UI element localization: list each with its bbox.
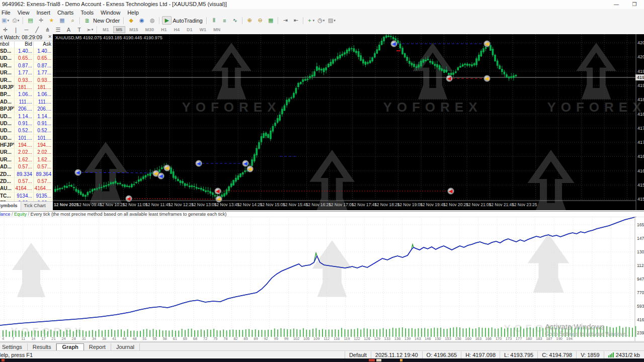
restore-button[interactable]: ❐ xyxy=(628,1,641,8)
timeframe-m1[interactable]: M1 xyxy=(100,26,112,33)
tester-x-axis-label: 28 xyxy=(72,336,76,341)
menu-window[interactable]: Window xyxy=(97,10,124,16)
favorites-star-icon[interactable]: ★ xyxy=(47,16,56,25)
market-watch-row[interactable]: TC...9134...9135... xyxy=(0,193,53,200)
bars-view-icon[interactable]: ≡ xyxy=(220,16,229,25)
market-watch-row[interactable]: UR...2.02...2.02... xyxy=(0,149,53,156)
templates-icon[interactable]: ▨▾ xyxy=(327,16,337,25)
text-icon[interactable]: A xyxy=(64,26,73,34)
candles-view-icon[interactable]: ⫴ xyxy=(209,16,219,25)
fibonacci-icon[interactable]: ☰ xyxy=(53,26,63,34)
column-symbol[interactable]: Symbol xyxy=(0,41,15,48)
menu-file[interactable]: File xyxy=(0,10,14,16)
column-bid[interactable]: Bid xyxy=(15,41,34,48)
timeframe-m5[interactable]: M5 xyxy=(113,26,126,33)
market-watch-tab-tick-chart[interactable]: Tick Chart xyxy=(21,202,49,211)
market-watch-row[interactable]: UR...0.93...0.93... xyxy=(0,77,53,84)
label-icon[interactable]: T xyxy=(74,26,84,34)
market-watch-row[interactable]: UR...1.62...1.62... xyxy=(0,156,53,163)
menu-help[interactable]: Help xyxy=(124,10,142,16)
timeframe-h4[interactable]: H4 xyxy=(171,26,183,33)
trade-marker-buy: ◀ xyxy=(158,173,165,179)
tab-results[interactable]: Results xyxy=(28,343,57,351)
market-watch-row[interactable]: AD...0.57...0.57... xyxy=(0,163,53,170)
menu-view[interactable]: View xyxy=(14,10,33,16)
timeframe-m30[interactable]: M30 xyxy=(142,26,157,33)
autotrading-label[interactable]: AutoTrading xyxy=(173,18,203,24)
market-watch-row[interactable]: UD...0.52...0.52... xyxy=(0,127,53,134)
shapes-icon[interactable]: ➣▾ xyxy=(85,26,95,34)
tab-journal[interactable]: Journal xyxy=(111,343,140,351)
market-watch-row[interactable]: UR...0.87...0.87... xyxy=(0,62,53,69)
tab-report[interactable]: Report xyxy=(84,343,111,351)
print-icon[interactable]: ⎙▾ xyxy=(11,16,21,25)
accounts-icon: ◉ xyxy=(139,17,144,24)
cursor-move-icon[interactable]: ✛ xyxy=(36,16,46,25)
profiles-icon[interactable]: ▣▾ xyxy=(1,16,10,25)
charts-grid-icon[interactable]: ▤ xyxy=(26,16,35,25)
taskbar-icon[interactable] xyxy=(400,359,403,361)
market-watch-row[interactable]: UD...101....101.... xyxy=(0,135,53,142)
minimize-button[interactable]: — xyxy=(610,1,623,8)
market-watch-row[interactable]: ZD...0.57...0.57... xyxy=(0,178,53,185)
market-watch-row[interactable]: BPJPY206....206.... xyxy=(0,106,53,113)
market-watch-row[interactable]: SD...1.40...1.40... xyxy=(0,48,53,55)
taskbar-icon[interactable] xyxy=(369,359,375,361)
market-watch-row[interactable]: UD...0.65...0.65... xyxy=(0,55,53,62)
price-chart[interactable]: YOFOREXYOFOREXYOFOREX4205.004200.004195.… xyxy=(53,34,644,210)
line-view-icon[interactable]: ∿ xyxy=(230,16,240,25)
timeframe-h1[interactable]: H1 xyxy=(158,26,170,33)
market-watch-row[interactable]: BP...1.06...1.06... xyxy=(0,91,53,98)
tab-settings[interactable]: Settings xyxy=(0,343,28,351)
market-watch-tab-symbols[interactable]: Symbols xyxy=(0,202,21,211)
menu-charts[interactable]: Charts xyxy=(54,10,77,16)
signals-icon[interactable]: ◍ xyxy=(147,16,157,25)
trendline-icon[interactable]: ╱ xyxy=(32,26,42,34)
column-ask[interactable]: Ask xyxy=(34,41,53,48)
vertical-line-icon[interactable]: ❘ xyxy=(11,26,21,34)
market-watch-row[interactable]: UR...1.77...1.77... xyxy=(0,69,53,76)
market-watch-row[interactable]: UD...1.14...1.14... xyxy=(0,113,53,120)
market-watch-row[interactable]: URJPY181....181.... xyxy=(0,84,53,91)
taskbar-icon[interactable] xyxy=(2,359,5,361)
close-icon[interactable]: ✕ xyxy=(48,34,52,39)
timeframe-d1[interactable]: D1 xyxy=(184,26,196,33)
timeframe-m15[interactable]: M15 xyxy=(126,26,141,33)
market-watch-row[interactable]: UD...0.91...0.91... xyxy=(0,120,53,127)
new_order-label[interactable]: New Order xyxy=(93,18,120,24)
market-watch-row[interactable]: AU...4164....4164.... xyxy=(0,185,53,192)
accounts-icon[interactable]: ◉ xyxy=(137,16,146,25)
data-window-icon[interactable]: ⌕ xyxy=(68,16,77,25)
tab-graph[interactable]: Graph xyxy=(56,343,84,351)
timeframe-w1[interactable]: W1 xyxy=(197,26,210,33)
indicators-icon[interactable]: ＋▾ xyxy=(306,16,315,25)
taskbar-icon[interactable] xyxy=(376,359,381,361)
autotrading-icon: ▶ xyxy=(165,17,169,24)
crosshair-icon[interactable]: ✛ xyxy=(1,26,10,34)
pitchfork-icon[interactable]: ⋔ xyxy=(43,26,52,34)
tester-x-axis-label: 166 xyxy=(486,336,492,341)
zoom-out-icon[interactable]: ⊖ xyxy=(256,16,265,25)
market-watch-row[interactable]: AD...111....111.... xyxy=(0,99,53,106)
zoom-in-icon[interactable]: ⊕ xyxy=(245,16,255,25)
tile-windows-icon[interactable]: ▦ xyxy=(266,16,276,25)
periods-icon[interactable]: ◷▾ xyxy=(316,16,326,25)
menu-tools[interactable]: Tools xyxy=(77,10,97,16)
market-watch-row[interactable]: ZD...89.33489.364 xyxy=(0,171,53,178)
ask-cell: 101.... xyxy=(34,135,53,141)
market-watch-window-icon[interactable]: ▦ xyxy=(57,16,67,25)
tester-balance-graph[interactable]: YOFOREXYOFOREX16551478130111249477705934… xyxy=(0,217,644,342)
horizontal-line-icon[interactable]: ─ xyxy=(22,26,31,34)
autotrading-icon[interactable]: ▶ xyxy=(162,16,172,25)
status-cell[interactable]: Default xyxy=(345,351,371,358)
menu-insert[interactable]: Insert xyxy=(33,10,54,16)
timeframe-mn[interactable]: MN xyxy=(210,26,223,33)
chart-shift-icon[interactable]: ⇤ xyxy=(291,16,301,25)
new-order-icon[interactable]: 🗎 xyxy=(83,16,92,25)
market-watch-row[interactable]: HFJPY194....194.... xyxy=(0,142,53,149)
trade-marker-close: ◀ xyxy=(164,165,171,171)
tester-x-axis-label: 38 xyxy=(102,336,106,341)
styler-icon[interactable]: ◆ xyxy=(126,16,136,25)
auto-scroll-icon[interactable]: ⇥ xyxy=(281,16,290,25)
svg-text:◀: ◀ xyxy=(449,189,453,194)
